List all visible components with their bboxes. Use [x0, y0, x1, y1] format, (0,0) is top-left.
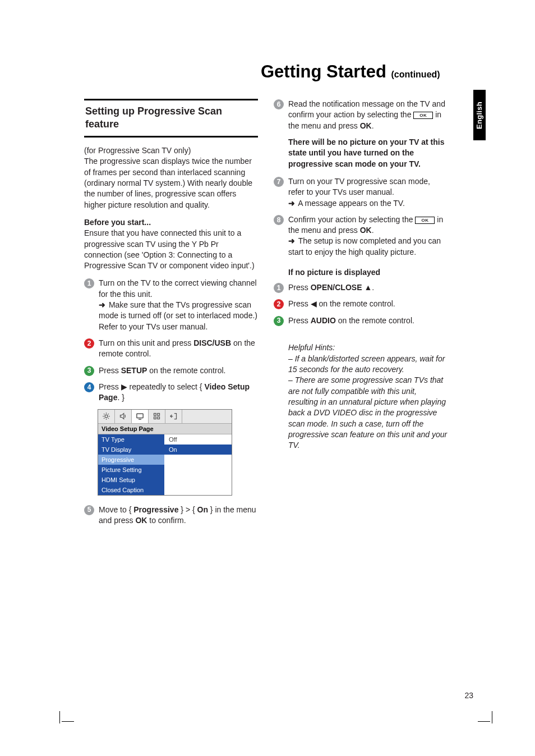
osd-heading: Video Setup Page: [98, 424, 232, 434]
osd-menu: Video Setup Page TV Type TV Display Prog…: [98, 409, 232, 496]
step-8: 8 Confirm your action by selecting the O…: [274, 214, 448, 258]
step1-result: Make sure that the TVs progressive scan …: [99, 300, 257, 331]
step8-a: Confirm your action by selecting the: [288, 215, 415, 224]
step-3: 3 Press SETUP on the remote control.: [84, 365, 258, 376]
osd-left-item: HDMI Setup: [98, 475, 164, 485]
osd-left-item-selected: Progressive: [98, 455, 164, 465]
step-2: 2 Turn on this unit and press DISC/USB o…: [84, 338, 258, 360]
osd-tab-audio-icon: [115, 410, 132, 423]
osd-left-item: Closed Caption: [98, 485, 164, 495]
step-7: 7 Turn on your TV progressive scan mode,…: [274, 176, 448, 209]
osd-left-item: Picture Setting: [98, 465, 164, 475]
before-body: Ensure that you have connected this unit…: [84, 228, 255, 270]
step-badge-1: 1: [274, 283, 284, 293]
svg-rect-2: [154, 414, 156, 416]
warning-callout: There will be no picture on your TV at t…: [288, 137, 448, 169]
crop-mark-icon: [480, 711, 501, 732]
r2-b: on the remote control.: [317, 299, 395, 308]
language-tab-label: English: [476, 101, 484, 129]
svg-rect-3: [158, 414, 160, 416]
step-badge-2: 2: [84, 338, 94, 349]
no-picture-heading: If no picture is displayed: [288, 268, 448, 277]
r3-b: AUDIO: [311, 316, 336, 325]
step5-c: } > {: [178, 505, 197, 514]
step-badge-5: 5: [84, 505, 94, 515]
play-right-icon: ▶: [121, 382, 127, 391]
osd-right-list: Off On: [164, 434, 232, 495]
r1-d: .: [372, 283, 374, 292]
step-badge-2: 2: [274, 299, 284, 309]
step-badge-1: 1: [84, 278, 94, 288]
step5-d: On: [197, 505, 208, 514]
r3-c: on the remote control.: [336, 316, 414, 325]
before-block: Before you start... Ensure that you have…: [84, 217, 258, 272]
step3-c: on the remote control.: [147, 366, 225, 375]
step2-b: DISC/USB: [193, 338, 231, 347]
osd-left-list: TV Type TV Display Progressive Picture S…: [98, 434, 164, 495]
svg-rect-1: [137, 414, 143, 418]
osd-right-item: Off: [164, 434, 232, 445]
step-6: 6 Read the notification message on the T…: [274, 99, 448, 131]
right-column: 6 Read the notification message on the T…: [274, 99, 448, 532]
result-arrow-icon: ➜: [288, 199, 295, 208]
title-main: Getting Started: [261, 62, 386, 81]
ok-box-icon: OK: [415, 217, 435, 224]
svg-rect-4: [154, 417, 156, 419]
step8-e: The setup is now completed and you can s…: [288, 236, 441, 256]
step4-b: repeatedly to select {: [127, 382, 205, 391]
left-column: Setting up Progressive Scan feature (for…: [84, 99, 258, 532]
osd-tab-exit-icon: [165, 410, 182, 423]
r1-b: OPEN/CLOSE: [311, 283, 362, 292]
step2-a: Turn on this unit and press: [99, 338, 193, 347]
hints-block: Helpful Hints: – If a blank/distorted sc…: [288, 332, 448, 451]
crop-mark-icon: [50, 711, 72, 732]
recover-step-2: 2 Press ◀ on the remote control.: [274, 299, 448, 309]
r2-a: Press: [288, 299, 311, 308]
r3-a: Press: [288, 316, 311, 325]
section-heading: Setting up Progressive Scan feature: [84, 99, 258, 138]
step-badge-3: 3: [84, 366, 94, 376]
step6-c: OK: [360, 121, 372, 130]
osd-left-item: TV Type: [98, 434, 164, 445]
step-badge-7: 7: [274, 177, 284, 187]
result-arrow-icon: ➜: [99, 300, 105, 309]
step7-a: Turn on your TV progressive scan mode, r…: [288, 177, 430, 196]
osd-left-item: TV Display: [98, 445, 164, 455]
osd-tab-bar: [98, 410, 232, 424]
step5-f: OK: [135, 516, 147, 525]
step4-d: . }: [117, 393, 124, 402]
hints-heading: Helpful Hints:: [288, 343, 335, 352]
recover-step-3: 3 Press AUDIO on the remote control.: [274, 315, 448, 326]
step-badge-6: 6: [274, 99, 284, 109]
hints-body: – If a blank/distorted screen appears, w…: [288, 354, 447, 450]
step-badge-3: 3: [274, 316, 284, 326]
step-5: 5 Move to { Progressive } > { On } in th…: [84, 505, 258, 526]
svg-point-0: [105, 415, 108, 418]
page-number: 23: [464, 691, 473, 700]
step7-b: A message appears on the TV.: [298, 199, 405, 208]
r1-a: Press: [288, 283, 311, 292]
ok-box-icon: OK: [413, 112, 433, 119]
title-suffix: (continued): [391, 70, 440, 79]
language-tab: English: [473, 90, 486, 140]
osd-tab-video-icon: [132, 410, 149, 423]
page-title: Getting Started (continued): [84, 62, 485, 82]
step4-a: Press: [99, 382, 121, 391]
svg-rect-5: [158, 417, 160, 419]
step-badge-4: 4: [84, 382, 94, 392]
eject-icon: ▲: [364, 283, 372, 292]
step-badge-8: 8: [274, 215, 284, 225]
step3-b: SETUP: [121, 366, 147, 375]
before-heading: Before you start...: [84, 218, 151, 227]
step-1: 1 Turn on the TV to the correct viewing …: [84, 278, 258, 332]
step5-g: to confirm.: [147, 516, 186, 525]
step6-d: .: [372, 121, 374, 130]
step5-b: Progressive: [133, 505, 178, 514]
result-arrow-icon: ➜: [288, 236, 295, 245]
recover-step-1: 1 Press OPEN/CLOSE ▲.: [274, 282, 448, 293]
intro-text: (for Progressive Scan TV only) The progr…: [84, 145, 258, 210]
left-arrow-icon: ◀: [311, 299, 317, 308]
step8-c: OK: [360, 226, 372, 235]
osd-tab-preference-icon: [149, 410, 165, 423]
osd-right-item-selected: On: [164, 445, 232, 455]
